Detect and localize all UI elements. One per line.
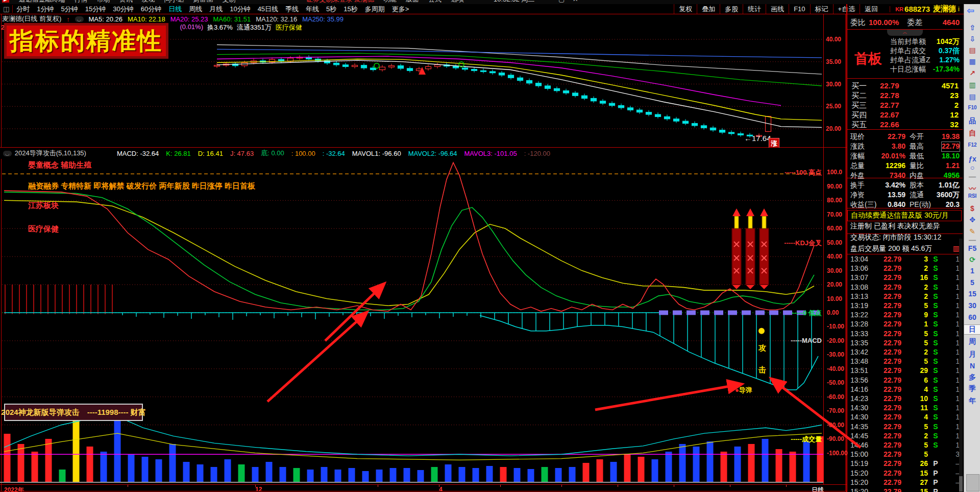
indicator-collapse-icon[interactable]: ◡ [3, 151, 12, 156]
indicator-axis-40: 40.00 [827, 253, 842, 260]
indicator-field-2: D: 16.41 [198, 150, 223, 157]
concept-tag-0: 婴童概念 辅助生殖 [28, 160, 91, 170]
indicator-axis--90: -90.00 [827, 435, 844, 442]
app-window: ▶通达信金融终端行情市场资讯发现问小达财富圈交易证券交易未登录 麦澜德功能版面公… [0, 0, 980, 492]
indicator-field-1: K: 26.81 [166, 150, 190, 157]
main-chart-header: 麦澜德(日线 前复权)↑◡MA5: 20.26MA10: 22.18MA20: … [2, 15, 344, 23]
concept-tag-1: 融资融券 专精特新 即将解禁 破发行价 两年新股 昨日涨停 昨日首板 [28, 181, 255, 191]
subheader-part-1: 换3.67% [207, 23, 233, 32]
indicator-chart[interactable] [0, 162, 824, 482]
indicator-field-0: MACD: -32.64 [117, 150, 159, 157]
up-arrow-icon: ↑ [66, 15, 70, 23]
indicator-axis--30: -30.00 [827, 351, 844, 358]
indicator-axis-20: 20.00 [827, 281, 842, 288]
indicator-axis--10: -10.00 [827, 323, 844, 330]
promo-banner-text: 指标的精准性 [10, 25, 163, 57]
indicator-field-10: : -120.00 [524, 150, 550, 157]
indicator-axis-30: 30.00 [827, 267, 842, 274]
indicator-title: 2024导弹攻击(5,10,135) [15, 149, 86, 158]
ma-value-3: MA60: 31.51 [213, 15, 251, 23]
indicator-axis--100: -100.00 [827, 450, 848, 457]
indicator-axis-90: 90.00 [827, 183, 842, 190]
indicator-field-3: J: 47.63 [230, 150, 254, 157]
concept-tag-2: 江苏板块 [28, 201, 59, 210]
side-label-4: -----成交量 [791, 435, 822, 444]
indicator-field-8: MAVOL2: -96.64 [408, 150, 457, 157]
indicator-axis-80: 80.00 [827, 197, 842, 204]
indicator-field-9: MAVOL3: -101.05 [464, 150, 517, 157]
indicator-axis-0: 0.00 [827, 309, 839, 316]
indicator-axis-100: 100.0 [827, 169, 842, 176]
indicator-field-4: 底: 0.00 [261, 149, 284, 158]
main-axis-25: 25.00 [826, 103, 841, 110]
missile-label: 导弹 [739, 386, 752, 394]
indicator-axis--60: -60.00 [827, 393, 844, 401]
indicator-header: ◡2024导弹攻击(5,10,135)MACD: -32.64K: 26.81D… [0, 148, 823, 159]
promo-banner: 指标的精准性 [4, 23, 168, 59]
missile-callout: ●导弹 [735, 386, 752, 395]
side-label-3: -----MACD [791, 337, 822, 344]
indicator-signature-box: 2024神龙新版导弹攻击 ----11998---- 财富 [4, 404, 143, 421]
subheader-part-0: (0.01%) [180, 23, 203, 32]
indicator-axis--80: -80.00 [827, 421, 844, 429]
ma-value-4: MA120: 32.16 [256, 15, 297, 23]
side-label-2: -----0 低点 [792, 309, 822, 318]
annotation-arrows [267, 284, 861, 448]
ma-value-1: MA10: 22.18 [128, 15, 165, 23]
side-label-0: -----100 高点 [785, 168, 822, 177]
indicator-axis-70: 70.00 [827, 211, 842, 218]
subheader-part-2: 流通3351万 [237, 23, 272, 32]
indicator-signature-text: 2024神龙新版导弹攻击 ----11998---- 财富 [1, 408, 145, 417]
main-axis-30: 30.00 [826, 81, 841, 88]
low-price-label: ←17.64 [744, 134, 771, 143]
attack-char-1: 击 [758, 365, 766, 375]
ma-value-0: MA5: 20.26 [89, 15, 123, 23]
side-label-1: -----KDJ金叉 [784, 239, 822, 248]
indicator-axis--50: -50.00 [827, 379, 844, 386]
ma-value-5: MA250: 35.99 [302, 15, 344, 23]
indicator-axis-50: 50.00 [827, 239, 842, 246]
main-axis-35: 35.00 [826, 58, 841, 65]
indicator-axis--70: -70.00 [827, 407, 844, 414]
ma-value-2: MA20: 25.23 [170, 15, 208, 23]
attack-char-0: 攻 [758, 343, 766, 353]
indicator-axis-60: 60.00 [827, 225, 842, 232]
indicator-field-5: : 100.00 [291, 150, 315, 157]
indicator-axis--20: -20.00 [827, 337, 844, 344]
subheader-part-3: 医疗保健 [276, 23, 302, 32]
chart-title: 麦澜德(日线 前复权) [2, 14, 61, 24]
collapse-icon[interactable]: ◡ [75, 16, 84, 22]
indicator-axis-10: 10.00 [827, 295, 842, 302]
main-axis-40: 40.00 [826, 36, 841, 43]
indicator-field-7: MAVOL1: -96.60 [352, 150, 401, 157]
main-axis-20: 20.00 [826, 125, 841, 132]
limit-up-stamp: 涨 [769, 138, 779, 149]
missile-dot: ● [735, 386, 739, 394]
indicator-axis--40: -40.00 [827, 365, 844, 372]
concept-tag-3: 医疗保健 [28, 224, 59, 234]
indicator-field-6: : -32.64 [323, 150, 345, 157]
